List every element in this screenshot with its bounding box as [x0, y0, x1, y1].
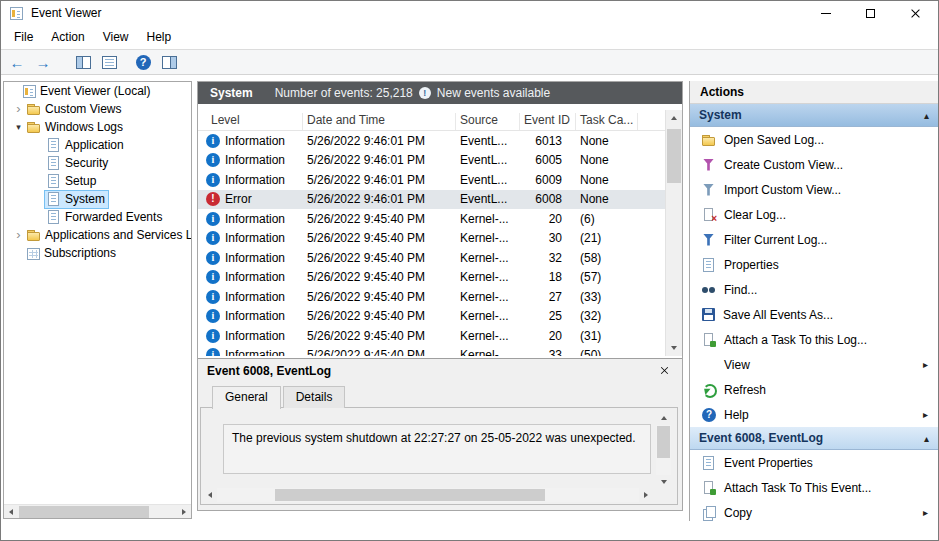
- scroll-up-icon: [661, 416, 667, 420]
- preview-close-button[interactable]: [655, 362, 673, 380]
- scrollbar-thumb[interactable]: [667, 129, 681, 183]
- show-console-tree-icon[interactable]: [72, 51, 94, 73]
- actions-section-event-6008-eventlog[interactable]: Event 6008, EventLog▴: [690, 427, 938, 450]
- scroll-up-button[interactable]: [656, 411, 671, 425]
- event-id-cell: 6013: [520, 134, 576, 148]
- action-properties[interactable]: Properties: [690, 252, 938, 277]
- minimize-button[interactable]: [803, 1, 848, 25]
- tab-details[interactable]: Details: [283, 386, 346, 408]
- event-row-27[interactable]: Information5/26/2022 9:45:40 PMKernel-..…: [198, 287, 665, 307]
- tree-item-label: System: [65, 192, 105, 206]
- scrollbar-thumb[interactable]: [19, 506, 149, 518]
- back-icon[interactable]: ←: [6, 51, 28, 73]
- action-find[interactable]: Find...: [690, 277, 938, 302]
- event-row-33[interactable]: Information5/26/2022 9:45:40 PMKernel-..…: [198, 346, 665, 357]
- scrollbar-thumb[interactable]: [275, 489, 545, 501]
- menu-view[interactable]: View: [94, 27, 138, 47]
- scroll-right-button[interactable]: [177, 505, 191, 519]
- export-list-icon[interactable]: [98, 51, 120, 73]
- date-cell: 5/26/2022 9:45:40 PM: [303, 309, 456, 323]
- tree-item-event-viewer-local[interactable]: Event Viewer (Local): [4, 82, 191, 100]
- chevron-expanded-icon[interactable]: ▾: [12, 118, 25, 136]
- maximize-button[interactable]: [848, 1, 893, 25]
- scroll-down-icon: [661, 480, 667, 484]
- chevron-collapsed-icon[interactable]: ›: [12, 226, 25, 244]
- tree-node: System: [45, 191, 108, 208]
- event-row-6013[interactable]: Information5/26/2022 9:46:01 PMEventL...…: [198, 131, 665, 151]
- scroll-left-button[interactable]: [4, 505, 18, 519]
- copy-icon: [702, 506, 716, 520]
- menu-file[interactable]: File: [5, 27, 42, 47]
- event-id-cell: 33: [520, 348, 576, 356]
- tree-item-system[interactable]: System: [4, 190, 191, 208]
- action-clear-log[interactable]: Clear Log...: [690, 202, 938, 227]
- actions-body: System▴Open Saved Log...Create Custom Vi…: [690, 104, 938, 521]
- event-row-32[interactable]: Information5/26/2022 9:45:40 PMKernel-..…: [198, 248, 665, 268]
- task-category-cell: None: [576, 192, 638, 206]
- chevron-collapsed-icon[interactable]: ›: [12, 100, 25, 118]
- tree-item-applications-and-services-lo[interactable]: ›Applications and Services Lo: [4, 226, 191, 244]
- action-label: Create Custom View...: [724, 158, 843, 172]
- event-row-18[interactable]: Information5/26/2022 9:45:40 PMKernel-..…: [198, 268, 665, 288]
- tree-item-label: Applications and Services Lo: [45, 228, 192, 242]
- scroll-right-button[interactable]: [639, 488, 653, 502]
- collapse-icon[interactable]: ▴: [924, 433, 929, 444]
- action-label: Open Saved Log...: [724, 133, 824, 147]
- close-button[interactable]: [893, 1, 938, 25]
- action-filter-current-log[interactable]: Filter Current Log...: [690, 227, 938, 252]
- action-attach-task-to-this-event[interactable]: Attach Task To This Event...: [690, 475, 938, 500]
- scroll-left-button[interactable]: [203, 488, 217, 502]
- tree-item-windows-logs[interactable]: ▾Windows Logs: [4, 118, 191, 136]
- date-cell: 5/26/2022 9:45:40 PM: [303, 290, 456, 304]
- action-create-custom-view[interactable]: Create Custom View...: [690, 152, 938, 177]
- tree-item-application[interactable]: Application: [4, 136, 191, 154]
- help-icon[interactable]: [132, 51, 154, 73]
- column-level[interactable]: Level: [198, 113, 303, 130]
- event-row-6008[interactable]: Error5/26/2022 9:46:01 PMEventL...6008No…: [198, 190, 665, 210]
- action-copy[interactable]: Copy▸: [690, 500, 938, 521]
- column-event-id[interactable]: Event ID: [520, 113, 576, 130]
- action-save-all-events-as[interactable]: Save All Events As...: [690, 302, 938, 327]
- preview-horizontal-scrollb ar[interactable]: [203, 488, 653, 502]
- tree-item-setup[interactable]: Setup: [4, 172, 191, 190]
- events-vertical-scrollbar[interactable]: [665, 110, 682, 356]
- event-row-6005[interactable]: Information5/26/2022 9:46:01 PMEventL...…: [198, 151, 665, 171]
- scroll-up-button[interactable]: [666, 110, 682, 126]
- show-action-pane-icon[interactable]: [158, 51, 180, 73]
- level-cell: Information: [198, 231, 303, 245]
- action-refresh[interactable]: Refresh: [690, 377, 938, 402]
- filter-icon: [702, 233, 716, 247]
- scroll-down-button[interactable]: [656, 475, 671, 489]
- action-event-properties[interactable]: Event Properties: [690, 450, 938, 475]
- column-task-category[interactable]: Task Ca...: [576, 113, 638, 130]
- event-row-30[interactable]: Information5/26/2022 9:45:40 PMKernel-..…: [198, 229, 665, 249]
- tree-item-security[interactable]: Security: [4, 154, 191, 172]
- tree-horizontal-scrollbar[interactable]: [4, 504, 191, 518]
- event-row-6009[interactable]: Information5/26/2022 9:46:01 PMEventL...…: [198, 170, 665, 190]
- title-bar[interactable]: Event Viewer: [1, 1, 938, 25]
- event-row-20[interactable]: Information5/26/2022 9:45:40 PMKernel-..…: [198, 326, 665, 346]
- event-row-25[interactable]: Information5/26/2022 9:45:40 PMKernel-..…: [198, 307, 665, 327]
- event-description-box[interactable]: The previous system shutdown at 22:27:27…: [223, 424, 651, 474]
- action-import-custom-view[interactable]: Import Custom View...: [690, 177, 938, 202]
- tree-item-forwarded-events[interactable]: Forwarded Events: [4, 208, 191, 226]
- source-cell: Kernel-...: [456, 290, 520, 304]
- scroll-down-button[interactable]: [666, 340, 682, 356]
- tab-general[interactable]: General: [212, 386, 281, 409]
- menu-action[interactable]: Action: [42, 27, 93, 47]
- action-help[interactable]: Help▸: [690, 402, 938, 427]
- column-source[interactable]: Source: [456, 113, 520, 130]
- actions-section-system[interactable]: System▴: [690, 104, 938, 127]
- menu-help[interactable]: Help: [138, 27, 181, 47]
- event-row-20[interactable]: Information5/26/2022 9:45:40 PMKernel-..…: [198, 209, 665, 229]
- forward-icon[interactable]: →: [32, 51, 54, 73]
- column-date-and-time[interactable]: Date and Time: [303, 113, 456, 130]
- preview-vertical-scrollbar[interactable]: [656, 411, 671, 489]
- collapse-icon[interactable]: ▴: [924, 110, 929, 121]
- tree-item-custom-views[interactable]: ›Custom Views: [4, 100, 191, 118]
- action-open-saved-log[interactable]: Open Saved Log...: [690, 127, 938, 152]
- scrollbar-thumb[interactable]: [657, 426, 670, 458]
- action-attach-a-task-to-this-log[interactable]: Attach a Task To this Log...: [690, 327, 938, 352]
- action-view[interactable]: View▸: [690, 352, 938, 377]
- tree-item-subscriptions[interactable]: Subscriptions: [4, 244, 191, 262]
